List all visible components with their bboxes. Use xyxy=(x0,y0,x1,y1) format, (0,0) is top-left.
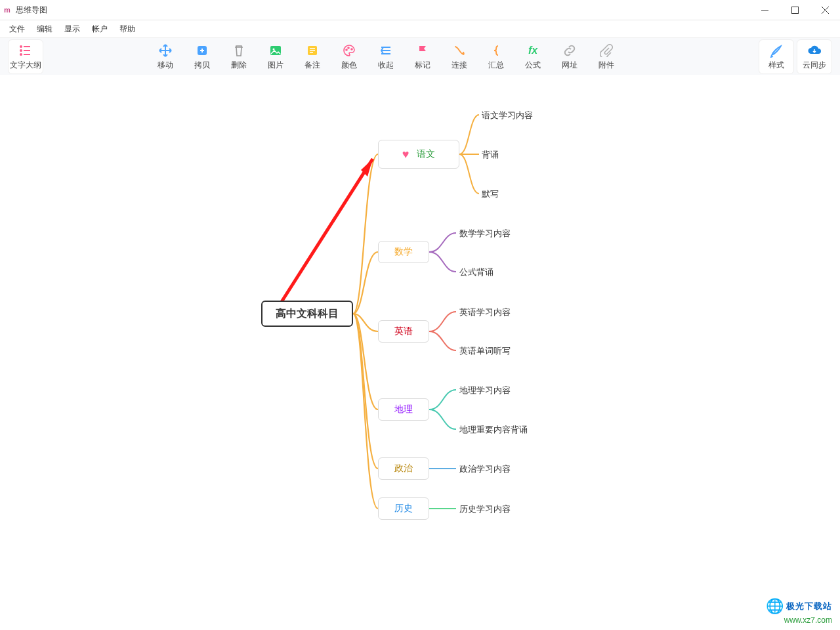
connect-icon xyxy=(452,43,467,58)
window-title: 思维导图 xyxy=(16,0,47,20)
node-zhengzhi[interactable]: 政治 xyxy=(378,457,429,480)
node-lishi[interactable]: 历史 xyxy=(378,497,429,520)
svg-marker-12 xyxy=(361,159,373,177)
note-icon xyxy=(304,43,320,58)
leaf[interactable]: 英语学习内容 xyxy=(459,306,511,318)
collapse-icon xyxy=(378,43,394,58)
leaf[interactable]: 公式背诵 xyxy=(459,266,494,278)
image-button[interactable]: 图片 xyxy=(259,40,293,74)
connect-label: 连接 xyxy=(452,60,467,71)
mark-button[interactable]: 标记 xyxy=(406,40,440,74)
cloud-icon xyxy=(807,43,822,58)
copy-button[interactable]: 拷贝 xyxy=(185,40,219,74)
node-label: 数学 xyxy=(394,246,413,258)
node-dili[interactable]: 地理 xyxy=(378,398,429,421)
watermark-line2: www.xz7.com xyxy=(766,616,832,626)
app-brand: m xyxy=(4,0,10,20)
node-shuxue[interactable]: 数学 xyxy=(378,241,429,263)
leaf[interactable]: 数学学习内容 xyxy=(459,228,511,240)
node-label: 历史 xyxy=(394,503,413,514)
outline-label: 文字大纲 xyxy=(10,60,41,71)
palette-icon xyxy=(341,43,357,58)
url-button[interactable]: 网址 xyxy=(553,40,587,74)
delete-label: 删除 xyxy=(231,60,247,71)
formula-label: 公式 xyxy=(525,60,541,71)
node-label: 语文 xyxy=(417,148,435,160)
leaf[interactable]: 历史学习内容 xyxy=(459,503,511,515)
mark-label: 标记 xyxy=(415,60,430,71)
toolbar: 文字大纲 移动 拷贝 删除 图片 备注 颜色 收起 标记 连接 汇总 fx公式 … xyxy=(0,38,840,75)
svg-point-3 xyxy=(20,54,22,55)
flag-icon xyxy=(415,43,430,58)
attach-button[interactable]: 附件 xyxy=(589,40,623,74)
menu-file[interactable]: 文件 xyxy=(9,20,25,37)
link-icon xyxy=(562,43,578,58)
list-icon xyxy=(18,43,33,58)
style-button[interactable]: 样式 xyxy=(759,39,794,74)
maximize-button[interactable] xyxy=(780,0,810,20)
globe-icon: 🌐 xyxy=(766,598,784,614)
brush-icon xyxy=(768,43,784,58)
mindmap-canvas[interactable]: 高中文科科目 ♥ 语文 数学 英语 地理 政治 历史 语文学习内容 背诵 默写 … xyxy=(0,75,840,630)
minimize-button[interactable] xyxy=(749,0,780,20)
cloud-label: 云同步 xyxy=(803,60,826,71)
leaf[interactable]: 政治学习内容 xyxy=(459,463,511,475)
leaf[interactable]: 英语单词听写 xyxy=(459,345,511,357)
url-label: 网址 xyxy=(562,60,578,71)
paperclip-icon xyxy=(598,43,614,58)
summary-button[interactable]: 汇总 xyxy=(479,40,513,74)
leaf[interactable]: 背诵 xyxy=(482,149,499,161)
move-button[interactable]: 移动 xyxy=(148,40,182,74)
svg-point-9 xyxy=(348,47,349,49)
menu-edit[interactable]: 编辑 xyxy=(37,20,52,37)
formula-icon: fx xyxy=(525,43,541,58)
menu-display[interactable]: 显示 xyxy=(64,20,80,37)
node-label: 英语 xyxy=(394,326,413,337)
close-button[interactable] xyxy=(810,0,840,20)
watermark: 🌐极光下载站 www.xz7.com xyxy=(766,597,832,626)
menu-account[interactable]: 帐户 xyxy=(92,20,108,37)
leaf[interactable]: 地理学习内容 xyxy=(459,385,511,396)
mindmap-root[interactable]: 高中文科科目 xyxy=(261,301,353,327)
menu-help[interactable]: 帮助 xyxy=(119,20,135,37)
trash-icon xyxy=(231,43,247,58)
copy-icon xyxy=(194,43,210,58)
outline-button[interactable]: 文字大纲 xyxy=(8,39,43,74)
svg-point-2 xyxy=(20,50,22,51)
node-yingyu[interactable]: 英语 xyxy=(378,320,429,343)
image-icon xyxy=(268,43,284,58)
svg-point-10 xyxy=(351,49,352,50)
root-label: 高中文科科目 xyxy=(276,307,339,321)
color-button[interactable]: 颜色 xyxy=(332,40,366,74)
connect-button[interactable]: 连接 xyxy=(442,40,476,74)
move-icon xyxy=(158,43,173,58)
node-yuwen[interactable]: ♥ 语文 xyxy=(378,140,459,169)
titlebar: m 思维导图 xyxy=(0,0,840,20)
leaf[interactable]: 语文学习内容 xyxy=(482,110,533,121)
svg-point-1 xyxy=(20,46,22,47)
watermark-line1: 极光下载站 xyxy=(786,601,832,611)
cloud-sync-button[interactable]: 云同步 xyxy=(797,39,832,74)
color-label: 颜色 xyxy=(341,60,357,71)
style-label: 样式 xyxy=(768,60,784,71)
formula-button[interactable]: fx公式 xyxy=(516,40,550,74)
note-button[interactable]: 备注 xyxy=(295,40,329,74)
svg-line-11 xyxy=(276,159,373,311)
svg-point-8 xyxy=(346,49,347,51)
image-label: 图片 xyxy=(268,60,284,71)
svg-rect-5 xyxy=(270,46,281,55)
leaf[interactable]: 地理重要内容背诵 xyxy=(459,424,528,436)
copy-label: 拷贝 xyxy=(194,60,210,71)
delete-button[interactable]: 删除 xyxy=(222,40,256,74)
brace-icon xyxy=(488,43,504,58)
note-label: 备注 xyxy=(304,60,320,71)
collapse-button[interactable]: 收起 xyxy=(369,40,403,74)
attach-label: 附件 xyxy=(598,60,614,71)
collapse-label: 收起 xyxy=(378,60,394,71)
menubar: 文件 编辑 显示 帐户 帮助 xyxy=(0,20,840,38)
node-label: 政治 xyxy=(394,463,413,474)
heart-icon: ♥ xyxy=(402,148,410,161)
node-label: 地理 xyxy=(394,404,413,415)
leaf[interactable]: 默写 xyxy=(482,188,499,200)
move-label: 移动 xyxy=(158,60,173,71)
